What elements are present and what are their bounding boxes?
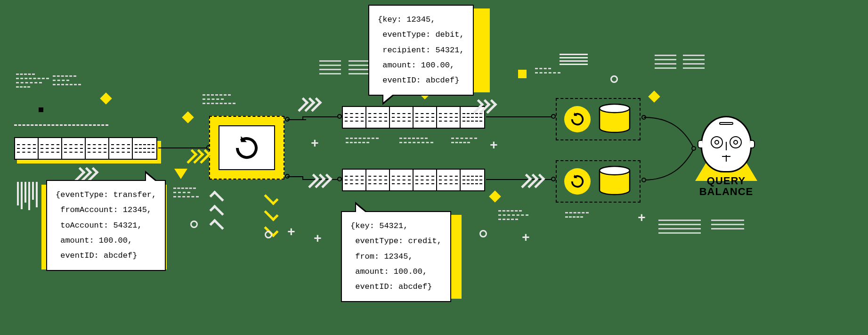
credit-event-bubble: {key: 54321, eventType: credit, from: 12… bbox=[341, 211, 451, 302]
svg-point-3 bbox=[600, 166, 630, 175]
db-node-bottom bbox=[556, 160, 641, 203]
decoration bbox=[14, 124, 108, 126]
chevron-right-icon bbox=[522, 174, 542, 188]
database-icon bbox=[597, 104, 632, 135]
chevron-right-icon bbox=[187, 150, 207, 163]
replay-icon bbox=[569, 111, 585, 127]
debit-event-bubble: {key: 12345, eventType: debit, recipient… bbox=[368, 5, 474, 96]
decoration bbox=[53, 75, 81, 85]
chevron-right-icon bbox=[474, 100, 494, 113]
plus-icon: + bbox=[314, 232, 322, 246]
decoration bbox=[346, 138, 379, 143]
decoration bbox=[658, 220, 701, 234]
chevron-right-icon bbox=[75, 168, 95, 181]
chevron-right-icon bbox=[299, 98, 318, 111]
decoration bbox=[174, 169, 187, 179]
query-agent: QUERY BALANCE bbox=[695, 116, 757, 197]
circle-icon bbox=[265, 231, 272, 238]
decoration bbox=[535, 68, 560, 74]
circle-icon bbox=[190, 221, 198, 228]
decoration bbox=[565, 212, 589, 218]
input-queue bbox=[14, 137, 157, 160]
processor bbox=[209, 116, 284, 180]
plus-icon: + bbox=[490, 139, 498, 153]
decoration bbox=[16, 74, 49, 88]
replay-icon bbox=[569, 173, 585, 189]
chevron-down-icon bbox=[268, 191, 275, 237]
chevron-right-icon bbox=[309, 174, 329, 188]
decoration bbox=[100, 92, 112, 104]
plus-icon: + bbox=[311, 137, 319, 151]
plus-icon: + bbox=[638, 211, 646, 226]
decoration bbox=[711, 220, 744, 229]
replay-icon bbox=[233, 134, 261, 162]
decoration bbox=[319, 60, 370, 74]
decoration bbox=[560, 54, 588, 65]
circle-icon bbox=[479, 230, 487, 237]
decoration bbox=[182, 111, 194, 123]
chevron-up-icon bbox=[214, 191, 220, 233]
svg-point-1 bbox=[600, 104, 630, 113]
decoration bbox=[17, 182, 38, 210]
circle-icon bbox=[610, 75, 618, 83]
database-icon bbox=[597, 166, 632, 197]
decoration bbox=[39, 107, 43, 112]
credit-queue bbox=[342, 169, 485, 191]
decoration bbox=[489, 190, 501, 202]
decoration bbox=[399, 138, 433, 143]
debit-queue bbox=[342, 106, 485, 129]
decoration bbox=[655, 55, 705, 69]
input-event-bubble: {eventType: transfer, fromAccount: 12345… bbox=[46, 180, 166, 271]
plus-icon: + bbox=[287, 225, 295, 240]
decoration bbox=[451, 138, 477, 143]
decoration bbox=[498, 210, 528, 220]
decoration bbox=[518, 70, 527, 78]
plus-icon: + bbox=[522, 231, 530, 245]
decoration bbox=[173, 188, 199, 197]
decoration bbox=[648, 90, 660, 102]
decoration bbox=[203, 94, 235, 104]
robot-label-2: BALANCE bbox=[699, 186, 754, 197]
merge-wire bbox=[641, 115, 698, 186]
robot-label-1: QUERY bbox=[699, 175, 754, 186]
db-node-top bbox=[556, 98, 641, 140]
